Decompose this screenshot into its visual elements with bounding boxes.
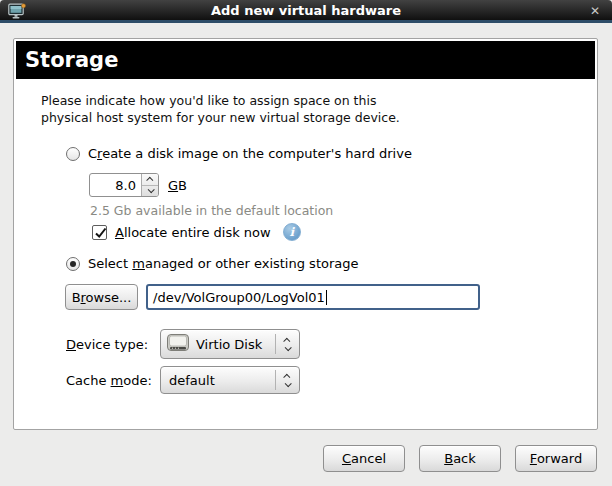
window-title: Add new virtual hardware bbox=[0, 3, 612, 18]
radio-icon[interactable] bbox=[66, 257, 80, 271]
text-caret bbox=[326, 290, 327, 305]
allocate-row: Allocate entire disk now i bbox=[92, 223, 301, 241]
browse-button[interactable]: Browse... bbox=[65, 284, 138, 310]
spin-buttons bbox=[141, 174, 158, 196]
create-disk-image-radio[interactable]: Create a disk image on the computer's ha… bbox=[66, 146, 412, 161]
cancel-button[interactable]: Cancel bbox=[323, 445, 405, 472]
spin-down-icon[interactable] bbox=[142, 186, 158, 197]
intro-text: Please indicate how you'd like to assign… bbox=[41, 92, 400, 126]
forward-button[interactable]: Forward bbox=[515, 445, 597, 472]
storage-path-input[interactable]: /dev/VolGroup00/LogVol01 bbox=[146, 284, 480, 310]
cache-mode-label: Cache mode: bbox=[66, 373, 152, 388]
chevron-updown-icon bbox=[276, 374, 299, 387]
chevron-updown-icon bbox=[276, 338, 299, 351]
cache-mode-select[interactable]: default bbox=[160, 366, 300, 394]
cache-mode-value: default bbox=[169, 373, 215, 388]
device-type-select[interactable]: Virtio Disk bbox=[160, 329, 300, 359]
device-type-value: Virtio Disk bbox=[196, 337, 262, 352]
device-type-label: Device type: bbox=[66, 337, 148, 352]
add-hardware-dialog: Add new virtual hardware ✕ Storage Pleas… bbox=[0, 0, 612, 486]
size-value[interactable]: 8.0 bbox=[90, 174, 141, 196]
size-unit-label: GB bbox=[168, 178, 187, 193]
size-spinbox[interactable]: 8.0 bbox=[89, 173, 159, 197]
space-available-note: 2.5 Gb available in the default location bbox=[90, 203, 333, 218]
size-row: 8.0 GB bbox=[89, 173, 187, 197]
titlebar: Add new virtual hardware ✕ bbox=[0, 0, 612, 23]
monitor-icon bbox=[8, 3, 26, 20]
close-icon[interactable]: ✕ bbox=[590, 3, 600, 20]
back-button[interactable]: Back bbox=[419, 445, 501, 472]
allocate-checkbox[interactable] bbox=[92, 225, 107, 240]
info-icon: i bbox=[283, 223, 301, 241]
storage-path-value: /dev/VolGroup00/LogVol01 bbox=[153, 290, 325, 305]
managed-storage-label: Select managed or other existing storage bbox=[88, 256, 359, 271]
create-disk-image-label: Create a disk image on the computer's ha… bbox=[88, 146, 412, 161]
page-title: Storage bbox=[16, 41, 595, 79]
managed-storage-radio[interactable]: Select managed or other existing storage bbox=[66, 256, 359, 271]
intro-line-1: Please indicate how you'd like to assign… bbox=[41, 92, 400, 109]
allocate-label: Allocate entire disk now bbox=[115, 225, 271, 240]
spin-up-icon[interactable] bbox=[142, 174, 158, 186]
intro-line-2: physical host system for your new virtua… bbox=[41, 109, 400, 126]
disk-icon bbox=[167, 334, 189, 354]
radio-icon[interactable] bbox=[66, 147, 80, 161]
